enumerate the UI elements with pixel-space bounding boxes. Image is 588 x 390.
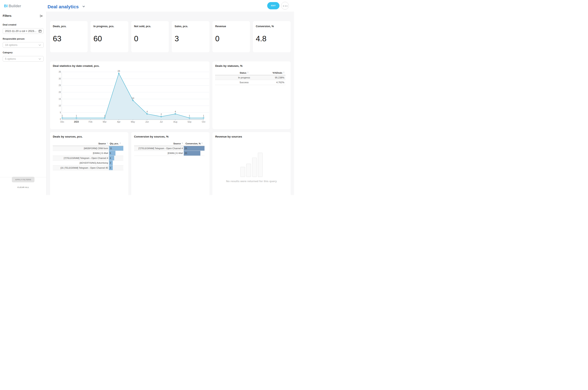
svg-text:Oct: Oct (202, 120, 205, 123)
svg-text:Jul: Jul (160, 120, 162, 123)
svg-text:15: 15 (59, 98, 61, 100)
svg-text:34: 34 (118, 70, 120, 72)
svg-text:4: 4 (175, 110, 176, 113)
svg-text:Mar: Mar (103, 120, 107, 123)
svg-text:Apr: Apr (117, 120, 121, 123)
svg-text:4: 4 (146, 110, 148, 113)
svg-text:2023: 2023 (74, 120, 79, 123)
svg-text:Feb: Feb (89, 120, 92, 123)
svg-text:25: 25 (59, 84, 61, 87)
svg-text:Dec: Dec (60, 120, 64, 123)
svg-text:35: 35 (59, 71, 61, 73)
svg-text:1: 1 (189, 114, 190, 117)
svg-text:Jun: Jun (145, 120, 149, 123)
svg-text:0: 0 (60, 118, 61, 120)
svg-text:10: 10 (59, 104, 61, 107)
svg-text:1: 1 (62, 114, 63, 117)
svg-text:30: 30 (59, 77, 61, 80)
svg-text:1: 1 (104, 114, 105, 117)
svg-text:5: 5 (60, 111, 61, 113)
svg-text:14: 14 (132, 97, 134, 99)
svg-text:May: May (131, 120, 135, 123)
svg-text:1: 1 (76, 114, 77, 117)
svg-text:Sep: Sep (187, 120, 191, 123)
svg-text:2: 2 (161, 113, 162, 116)
svg-text:1: 1 (203, 114, 204, 117)
svg-text:Aug: Aug (173, 120, 177, 123)
svg-text:20: 20 (59, 91, 61, 93)
